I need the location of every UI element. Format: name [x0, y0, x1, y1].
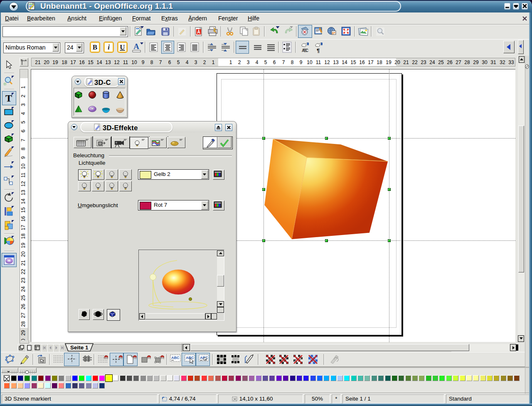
- svg-text:B: B: [93, 43, 97, 51]
- svg-text:U: U: [120, 43, 125, 51]
- svg-text:i: i: [108, 43, 110, 51]
- svg-text:T: T: [5, 93, 12, 104]
- svg-text:ABC: ABC: [302, 48, 308, 53]
- svg-text:A: A: [133, 42, 139, 51]
- svg-text:ABC: ABC: [171, 356, 180, 360]
- svg-text:¶: ¶: [317, 47, 320, 53]
